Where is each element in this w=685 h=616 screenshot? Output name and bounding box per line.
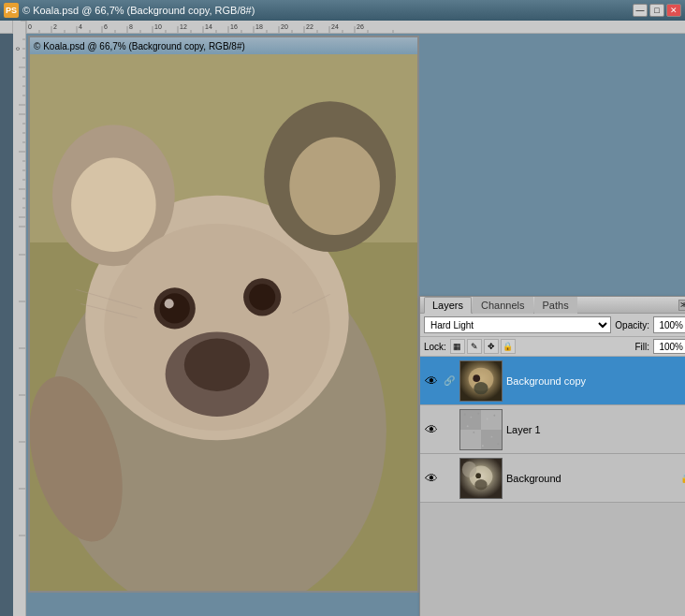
lock-icons: ▦ ✎ ✥ 🔒 [450, 339, 516, 354]
photoshop-window: PS © Koala.psd @ 66,7% (Background copy,… [0, 0, 685, 616]
svg-point-106 [471, 416, 473, 418]
svg-text:18: 18 [255, 23, 263, 30]
lock-row: Lock: ▦ ✎ ✥ 🔒 Fill: ▶ [420, 337, 685, 357]
layer-visibility-layer1[interactable]: 👁 [424, 422, 439, 437]
svg-point-105 [464, 413, 466, 415]
maximize-button[interactable]: □ [649, 4, 664, 17]
tab-channels[interactable]: Channels [473, 297, 532, 314]
layer-thumbnail-background-copy [459, 360, 503, 402]
eye-icon-layer1[interactable]: 👁 [425, 422, 438, 437]
svg-text:22: 22 [306, 23, 313, 30]
fill-input[interactable] [653, 339, 685, 354]
svg-point-112 [491, 435, 493, 437]
svg-text:16: 16 [230, 23, 238, 30]
horizontal-ruler: 0 2 4 6 8 10 12 14 16 [26, 21, 685, 34]
svg-rect-95 [30, 54, 417, 591]
svg-rect-104 [460, 430, 481, 449]
window-controls: — □ ✕ [633, 4, 681, 17]
document-title: © Koala.psd @ 66,7% (Background copy, RG… [34, 41, 245, 51]
svg-text:0: 0 [28, 23, 32, 30]
svg-point-108 [487, 418, 488, 419]
svg-point-119 [474, 478, 487, 489]
layer-visibility-background[interactable]: 👁 [424, 471, 439, 486]
window-title: © Koala.psd @ 66,7% (Background copy, RG… [22, 5, 255, 16]
opacity-input[interactable] [653, 316, 685, 333]
svg-text:2: 2 [53, 23, 57, 30]
lock-all-button[interactable]: 🔒 [501, 339, 516, 354]
svg-rect-103 [481, 409, 502, 429]
svg-text:6: 6 [104, 23, 108, 30]
canvas-area: 0 2 4 6 8 10 12 14 16 [26, 21, 685, 616]
eye-icon-background[interactable]: 👁 [425, 471, 438, 486]
layer-item-background[interactable]: 👁 [420, 454, 685, 503]
document-area: © Koala.psd @ 66,7% (Background copy, RG… [26, 34, 685, 616]
svg-text:4: 4 [79, 23, 82, 30]
svg-point-118 [475, 473, 481, 478]
layers-panel: Layers Channels Paths ≫ [419, 296, 685, 616]
panel-controls-right: ≫ ✕ [678, 300, 685, 311]
lock-position-button[interactable]: ✥ [484, 339, 499, 354]
blend-mode-wrapper: Hard Light Normal Multiply Screen Overla… [424, 316, 611, 333]
eye-icon-background-copy[interactable]: 👁 [425, 374, 438, 389]
layer-thumbnail-layer1 [459, 409, 503, 450]
svg-point-110 [467, 425, 469, 427]
layer-link-layer1 [443, 423, 456, 436]
vertical-ruler: 0 [13, 21, 26, 616]
document-canvas[interactable] [30, 54, 417, 591]
svg-point-111 [473, 431, 474, 433]
svg-text:24: 24 [331, 23, 339, 30]
title-bar-left: PS © Koala.psd @ 66,7% (Background copy,… [4, 3, 255, 18]
panel-menu-button[interactable]: ≫ [678, 300, 685, 311]
layer-item-layer1[interactable]: 👁 [420, 405, 685, 454]
svg-text:14: 14 [205, 23, 212, 30]
close-button[interactable]: ✕ [666, 4, 681, 17]
svg-point-117 [462, 461, 476, 477]
layers-list-container: 👁 🔗 [420, 357, 685, 616]
svg-text:20: 20 [281, 23, 288, 30]
minimize-button[interactable]: — [633, 4, 648, 17]
svg-point-113 [497, 443, 499, 445]
document-window: © Koala.psd @ 66,7% (Background copy, RG… [28, 36, 419, 593]
lock-paint-button[interactable]: ✎ [467, 339, 482, 354]
panel-title-bar: Layers Channels Paths ≫ [420, 297, 685, 314]
svg-rect-102 [481, 430, 502, 449]
layers-list: 👁 🔗 [420, 357, 685, 616]
blend-mode-select[interactable]: Hard Light Normal Multiply Screen Overla… [424, 316, 611, 333]
document-title-bar: © Koala.psd @ 66,7% (Background copy, RG… [30, 37, 417, 54]
svg-text:26: 26 [357, 23, 364, 30]
layer-lock-icon-background: 🔒 [680, 473, 685, 484]
fill-label: Fill: [634, 342, 649, 352]
layer-name-background-copy: Background copy [506, 375, 685, 387]
layer-link-background-copy: 🔗 [443, 374, 456, 388]
layer-visibility-background-copy[interactable]: 👁 [424, 374, 439, 389]
tab-paths[interactable]: Paths [534, 297, 577, 314]
layer-name-background: Background [506, 473, 677, 484]
svg-point-98 [473, 374, 480, 382]
lock-label: Lock: [424, 342, 446, 352]
layer-name-layer1: Layer 1 [506, 424, 685, 435]
opacity-label: Opacity: [615, 320, 649, 330]
app-icon: PS [4, 3, 19, 18]
vertical-ruler-marks: 0 [13, 21, 26, 582]
horizontal-ruler-marks: 0 2 4 6 8 10 12 14 16 [26, 21, 685, 34]
lock-transparent-button[interactable]: ▦ [450, 339, 465, 354]
svg-point-107 [477, 412, 479, 414]
blend-mode-row: Hard Light Normal Multiply Screen Overla… [420, 314, 685, 337]
svg-point-109 [493, 414, 495, 416]
svg-text:12: 12 [180, 23, 187, 30]
layer-link-background [443, 472, 456, 485]
svg-rect-31 [26, 21, 685, 34]
svg-point-99 [474, 381, 488, 393]
layer-item-background-copy[interactable]: 👁 🔗 [420, 357, 685, 405]
ruler-corner [0, 21, 13, 34]
title-bar: PS © Koala.psd @ 66,7% (Background copy,… [0, 0, 685, 21]
tab-layers[interactable]: Layers [424, 297, 472, 314]
svg-text:10: 10 [154, 23, 162, 30]
layer-thumbnail-background [459, 458, 503, 499]
panel-tabs: Layers Channels Paths [424, 297, 578, 314]
svg-point-114 [482, 445, 484, 447]
svg-text:8: 8 [129, 23, 133, 30]
koala-image [30, 54, 417, 591]
